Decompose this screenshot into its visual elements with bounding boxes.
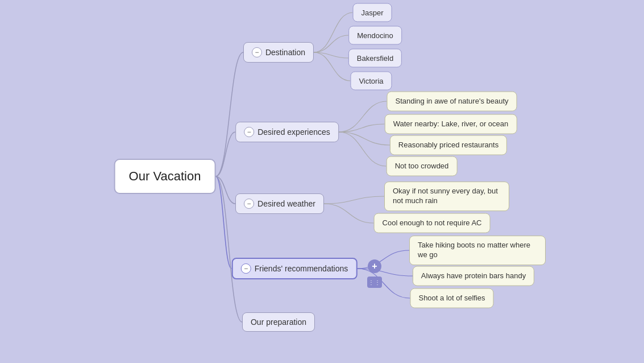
root-label: Our Vacation — [129, 169, 201, 184]
branch-destination[interactable]: − Destination — [243, 42, 314, 63]
collapse-icon[interactable]: − — [244, 127, 254, 137]
leaf-protein[interactable]: Always have protein bars handy — [413, 266, 534, 286]
branch-label: Friends' recommendations — [255, 264, 348, 273]
drag-handle[interactable] — [367, 277, 382, 288]
leaf-water[interactable]: Water nearby: Lake, river, or ocean — [385, 114, 517, 134]
leaf-jasper[interactable]: Jasper — [352, 3, 392, 22]
leaf-ac[interactable]: Cool enough to not require AC — [374, 213, 491, 233]
branch-preparation[interactable]: Our preparation — [242, 312, 315, 332]
branch-friends[interactable]: − Friends' recommendations — [232, 258, 358, 279]
root-node[interactable]: Our Vacation — [114, 159, 216, 194]
branch-experiences[interactable]: − Desired experiences — [235, 122, 339, 142]
leaf-crowded[interactable]: Not too crowded — [387, 156, 458, 176]
collapse-icon[interactable]: − — [252, 47, 262, 57]
leaf-boots[interactable]: Take hiking boots no matter where we go — [409, 236, 546, 265]
leaf-rain[interactable]: Okay if not sunny every day, but not muc… — [384, 182, 509, 211]
collapse-icon[interactable]: − — [241, 263, 251, 274]
branch-label: Desired weather — [257, 199, 315, 208]
leaf-victoria[interactable]: Victoria — [350, 72, 392, 90]
leaf-mendocino[interactable]: Mendocino — [348, 26, 402, 45]
leaf-restaurants[interactable]: Reasonably priced restaurants — [390, 135, 507, 155]
branch-weather[interactable]: − Desired weather — [235, 193, 324, 214]
branch-label: Destination — [265, 48, 305, 57]
mind-map-canvas: Our Vacation − Destination Jasper Mendoc… — [0, 0, 644, 363]
collapse-icon[interactable]: − — [244, 199, 254, 209]
leaf-nature[interactable]: Standing in awe of nature's beauty — [387, 92, 517, 112]
branch-label: Our preparation — [251, 317, 306, 327]
leaf-bakersfield[interactable]: Bakersfield — [348, 49, 402, 68]
leaf-selfies[interactable]: Shoot a lot of selfies — [410, 288, 493, 308]
add-node-button[interactable]: + — [368, 259, 381, 273]
branch-label: Desired experiences — [257, 127, 330, 137]
